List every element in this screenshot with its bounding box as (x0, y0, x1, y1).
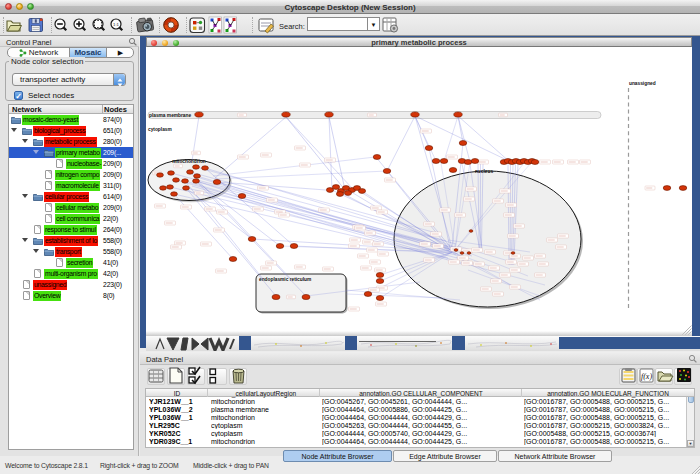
svg-text:nucleus: nucleus (475, 169, 493, 174)
svg-text:f(x): f(x) (641, 372, 652, 381)
svg-text:mitochondrion: mitochondrion (172, 159, 206, 164)
svg-text:1:1: 1:1 (113, 22, 119, 27)
svg-text:cytoplasm: cytoplasm (148, 127, 172, 132)
svg-text:endoplasmic reticulum: endoplasmic reticulum (259, 277, 311, 282)
svg-text:plasma membrane: plasma membrane (149, 113, 191, 118)
svg-text:unassigned: unassigned (629, 81, 656, 86)
